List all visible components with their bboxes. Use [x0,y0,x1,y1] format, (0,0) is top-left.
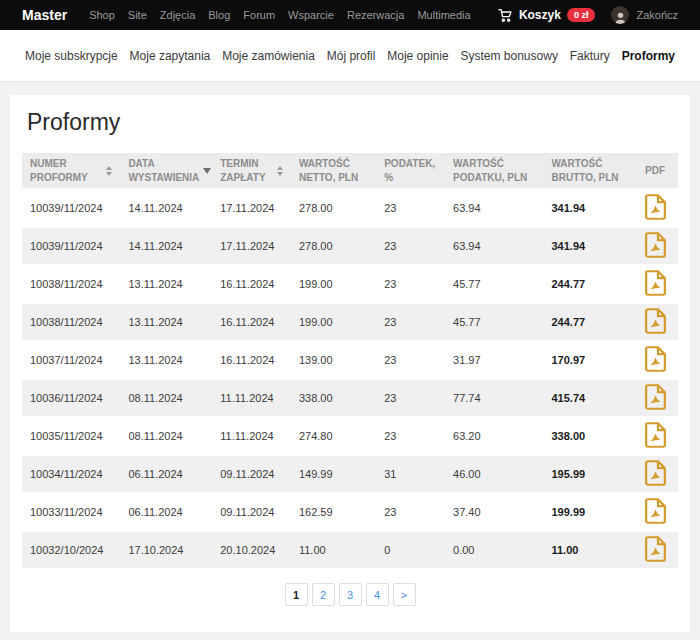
table-row: 10038/11/202413.11.202416.11.2024199.002… [22,265,678,303]
cell-pdf [632,227,678,265]
topbar-nav-item[interactable]: Multimedia [417,9,470,21]
cell-wartosc-brutto: 199.99 [543,493,632,531]
cell-wartosc-brutto: 244.77 [543,303,632,341]
cell-numer-proformy: 10033/11/2024 [22,493,120,531]
cell-numer-proformy: 10038/11/2024 [22,265,120,303]
topbar-right: Koszyk 0 zł Zakończ [497,6,678,24]
cell-numer-proformy: 10032/10/2024 [22,531,120,569]
cell-numer-proformy: 10039/11/2024 [22,227,120,265]
pagination-page-button[interactable]: 2 [312,583,335,606]
pdf-download-button[interactable] [645,232,666,258]
subnav-item[interactable]: Moje subskrypcje [25,49,118,63]
pdf-download-button[interactable] [645,536,666,562]
cell-podatek: 0 [376,531,445,569]
column-header: WARTOŚĆ PODATKU, PLN [445,153,543,189]
pdf-file-icon [645,232,666,258]
proformy-table: NUMER PROFORMYDATA WYSTAWIENIATERMIN ZAP… [22,153,678,570]
cell-termin-zaplaty: 16.11.2024 [212,303,291,341]
cell-numer-proformy: 10035/11/2024 [22,417,120,455]
cell-wartosc-brutto: 195.99 [543,455,632,493]
cell-pdf [632,531,678,569]
pagination-page-button[interactable]: 3 [339,583,362,606]
brand-logo[interactable]: Master [22,7,67,23]
cell-data-wystawienia: 08.11.2024 [120,417,212,455]
column-label: NUMER PROFORMY [30,157,102,184]
column-header: WARTOŚĆ BRUTTO, PLN [543,153,632,189]
cell-podatek: 23 [376,417,445,455]
column-label: WARTOŚĆ NETTO, PLN [299,157,368,184]
pdf-download-button[interactable] [645,346,666,372]
topbar-nav-item[interactable]: Rezerwacja [347,9,404,21]
pdf-file-icon [645,384,666,410]
pagination-page-button[interactable]: 1 [285,583,308,606]
column-header[interactable]: DATA WYSTAWIENIA [120,153,212,189]
topbar-nav: ShopSiteZdjęciaBlogForumWsparcieRezerwac… [89,9,470,21]
column-header: PDF [632,153,678,189]
pdf-download-button[interactable] [645,460,666,486]
cell-wartosc-brutto: 341.94 [543,227,632,265]
column-header: PODATEK, % [376,153,445,189]
cell-data-wystawienia: 06.11.2024 [120,493,212,531]
topbar-nav-item[interactable]: Wsparcie [288,9,334,21]
pdf-download-button[interactable] [645,498,666,524]
cell-termin-zaplaty: 09.11.2024 [212,455,291,493]
topbar-nav-item[interactable]: Site [128,9,147,21]
cell-wartosc-brutto: 170.97 [543,341,632,379]
pdf-download-button[interactable] [645,194,666,220]
sort-both-icon[interactable] [277,166,283,176]
topbar-nav-item[interactable]: Zdjęcia [160,9,195,21]
subnav-item[interactable]: Moje zapytania [130,49,211,63]
page-title: Proformy [22,109,678,136]
cell-wartosc-podatku: 77.74 [445,379,543,417]
cell-wartosc-netto: 149.99 [291,455,376,493]
cell-wartosc-netto: 199.00 [291,265,376,303]
pdf-download-button[interactable] [645,308,666,334]
subnav-item[interactable]: System bonusowy [461,49,558,63]
cell-podatek: 31 [376,455,445,493]
column-label: PDF [645,164,665,178]
table-header-row: NUMER PROFORMYDATA WYSTAWIENIATERMIN ZAP… [22,153,678,189]
column-label: DATA WYSTAWIENIA [128,157,199,184]
column-header[interactable]: TERMIN ZAPŁATY [212,153,291,189]
cell-data-wystawienia: 13.11.2024 [120,303,212,341]
cart-button[interactable]: Koszyk 0 zł [497,7,596,23]
cell-termin-zaplaty: 16.11.2024 [212,265,291,303]
pdf-download-button[interactable] [645,422,666,448]
cell-numer-proformy: 10034/11/2024 [22,455,120,493]
subnav-item[interactable]: Moje opinie [387,49,448,63]
table-row: 10038/11/202413.11.202416.11.2024199.002… [22,303,678,341]
table-body: 10039/11/202414.11.202417.11.2024278.002… [22,189,678,569]
cell-wartosc-brutto: 341.94 [543,189,632,227]
topbar-nav-item[interactable]: Blog [208,9,230,21]
topbar-nav-item[interactable]: Shop [89,9,115,21]
pagination-page-button[interactable]: 4 [366,583,389,606]
topbar-nav-item[interactable]: Forum [243,9,275,21]
avatar[interactable] [611,6,629,24]
cell-wartosc-podatku: 63.94 [445,189,543,227]
cell-podatek: 23 [376,493,445,531]
column-header[interactable]: NUMER PROFORMY [22,153,120,189]
cell-pdf [632,189,678,227]
subnav: Moje subskrypcjeMoje zapytaniaMoje zamów… [0,30,700,82]
cell-termin-zaplaty: 17.11.2024 [212,189,291,227]
pdf-download-button[interactable] [645,270,666,296]
cell-podatek: 23 [376,303,445,341]
logout-link[interactable]: Zakończ [636,9,678,21]
sort-both-icon[interactable] [106,166,112,176]
cell-wartosc-podatku: 0.00 [445,531,543,569]
subnav-item-active[interactable]: Proformy [622,49,675,63]
cell-wartosc-brutto: 415.74 [543,379,632,417]
cell-data-wystawienia: 14.11.2024 [120,189,212,227]
subnav-item[interactable]: Faktury [570,49,610,63]
cell-termin-zaplaty: 09.11.2024 [212,493,291,531]
pagination-next-button[interactable]: > [393,583,416,606]
pdf-download-button[interactable] [645,384,666,410]
cell-podatek: 23 [376,265,445,303]
column-header: WARTOŚĆ NETTO, PLN [291,153,376,189]
subnav-item[interactable]: Mój profil [327,49,376,63]
cell-wartosc-netto: 11.00 [291,531,376,569]
cell-wartosc-netto: 338.00 [291,379,376,417]
sort-desc-icon[interactable] [203,168,211,174]
cell-wartosc-netto: 199.00 [291,303,376,341]
subnav-item[interactable]: Moje zamówienia [222,49,315,63]
